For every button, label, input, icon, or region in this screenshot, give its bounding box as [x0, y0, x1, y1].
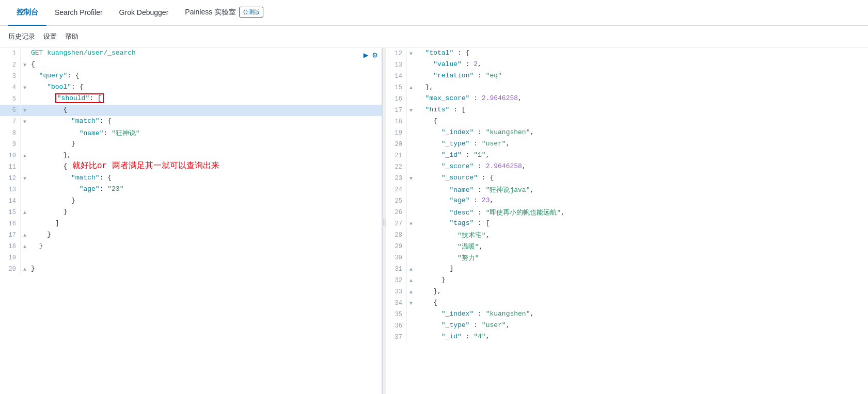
line-arrow[interactable] — [21, 127, 29, 139]
line-arrow[interactable]: ▲ — [21, 229, 29, 241]
line-content: "tags" : [ — [415, 218, 868, 229]
table-row: 32 ▲ } — [386, 275, 868, 286]
line-arrow[interactable] — [21, 195, 29, 207]
nav-settings[interactable]: 设置 — [43, 30, 57, 43]
line-arrow[interactable]: ▼ — [407, 105, 415, 116]
line-content: } — [29, 241, 382, 252]
line-arrow[interactable] — [21, 48, 29, 59]
line-arrow[interactable]: ▼ — [21, 105, 29, 116]
line-arrow[interactable] — [407, 184, 415, 195]
line-content: "_id" : "1", — [415, 150, 868, 161]
results-panel[interactable]: 12 ▼ "total" : { 13 "value" : 2, 14 "rel… — [386, 48, 868, 394]
line-content: } — [29, 195, 382, 207]
line-arrow[interactable]: ▼ — [407, 298, 415, 309]
table-row: 28 "技术宅", — [386, 229, 868, 241]
line-arrow[interactable] — [407, 71, 415, 82]
editor-area[interactable]: ▶ ⚙ 1 GET kuangshen/user/_search 2 ▼ { — [0, 48, 382, 394]
line-number: 24 — [386, 184, 407, 195]
line-arrow[interactable] — [407, 127, 415, 139]
line-number: 14 — [0, 195, 21, 207]
line-arrow[interactable] — [407, 309, 415, 320]
table-row: 30 "努力" — [386, 252, 868, 264]
line-content: { — [29, 59, 382, 71]
table-row: 35 "_index" : "kuangshen", — [386, 309, 868, 320]
line-arrow[interactable] — [407, 93, 415, 105]
line-content — [29, 252, 382, 264]
line-number: 20 — [0, 264, 21, 275]
table-row: 21 "_id" : "1", — [386, 150, 868, 161]
nav-history[interactable]: 历史记录 — [8, 30, 35, 43]
line-content: "_index" : "kuangshen", — [415, 309, 868, 320]
line-content: { — [415, 298, 868, 309]
line-arrow[interactable] — [407, 332, 415, 343]
line-content: "努力" — [415, 252, 868, 264]
line-arrow[interactable]: ▲ — [21, 264, 29, 275]
line-arrow[interactable] — [21, 252, 29, 264]
line-arrow[interactable]: ▼ — [21, 82, 29, 93]
table-row: 20 ▲ } — [0, 264, 382, 275]
line-arrow[interactable] — [407, 150, 415, 161]
line-number: 22 — [386, 161, 407, 173]
line-arrow[interactable]: ▼ — [21, 173, 29, 184]
line-arrow[interactable] — [407, 195, 415, 207]
results-code-container: 12 ▼ "total" : { 13 "value" : 2, 14 "rel… — [386, 48, 868, 343]
nav-item-console[interactable]: 控制台 — [8, 0, 46, 26]
table-row: 13 "age": "23" — [0, 184, 382, 195]
settings-icon[interactable]: ⚙ — [372, 50, 377, 60]
line-content: { — [415, 116, 868, 127]
line-arrow[interactable] — [21, 93, 29, 105]
line-number: 34 — [386, 298, 407, 309]
run-icon[interactable]: ▶ — [364, 50, 369, 60]
line-number: 7 — [0, 116, 21, 127]
line-arrow[interactable] — [407, 252, 415, 264]
drag-handle[interactable]: ‖ — [382, 48, 386, 394]
line-arrow[interactable] — [21, 184, 29, 195]
line-arrow[interactable]: ▲ — [407, 275, 415, 286]
line-arrow[interactable]: ▲ — [21, 241, 29, 252]
line-arrow[interactable] — [407, 320, 415, 332]
line-arrow[interactable]: ▲ — [407, 264, 415, 275]
nav-item-painless[interactable]: Painless 实验室 公测版 — [177, 0, 272, 26]
line-arrow[interactable] — [21, 161, 29, 173]
line-arrow[interactable]: ▼ — [407, 218, 415, 229]
table-row: 16 ] — [0, 218, 382, 229]
line-arrow[interactable]: ▲ — [407, 82, 415, 93]
line-arrow[interactable]: ▲ — [407, 286, 415, 298]
line-arrow[interactable] — [21, 71, 29, 82]
line-arrow[interactable] — [407, 139, 415, 150]
line-arrow[interactable] — [407, 116, 415, 127]
line-arrow[interactable] — [21, 218, 29, 229]
line-content: ] — [415, 264, 868, 275]
table-row: 1 GET kuangshen/user/_search — [0, 48, 382, 59]
line-number: 20 — [386, 139, 407, 150]
line-number: 2 — [0, 59, 21, 71]
line-arrow[interactable]: ▲ — [21, 207, 29, 218]
line-number: 19 — [386, 127, 407, 139]
line-number: 15 — [0, 207, 21, 218]
line-arrow[interactable] — [407, 161, 415, 173]
line-arrow[interactable]: ▼ — [407, 48, 415, 59]
line-arrow[interactable] — [407, 241, 415, 252]
line-content: } — [29, 139, 382, 150]
line-number: 16 — [386, 93, 407, 105]
table-row: 22 "_score" : 2.9646258, — [386, 161, 868, 173]
line-content: }, — [415, 82, 868, 93]
line-arrow[interactable]: ▲ — [21, 150, 29, 161]
line-number: 31 — [386, 264, 407, 275]
nav-item-grok-debugger[interactable]: Grok Debugger — [111, 0, 177, 26]
line-arrow[interactable] — [21, 139, 29, 150]
nav-item-search-profiler[interactable]: Search Profiler — [46, 0, 111, 26]
line-arrow[interactable] — [407, 59, 415, 71]
line-number: 32 — [386, 275, 407, 286]
line-arrow[interactable] — [407, 229, 415, 241]
line-arrow[interactable]: ▼ — [21, 59, 29, 71]
line-content: }, — [415, 286, 868, 298]
table-row: 27 ▼ "tags" : [ — [386, 218, 868, 229]
nav-help[interactable]: 帮助 — [65, 30, 78, 43]
line-arrow[interactable]: ▼ — [21, 116, 29, 127]
line-arrow[interactable] — [407, 207, 415, 218]
line-number: 12 — [0, 173, 21, 184]
line-content: "技术宅", — [415, 229, 868, 241]
line-arrow[interactable]: ▼ — [407, 173, 415, 184]
line-number: 16 — [0, 218, 21, 229]
